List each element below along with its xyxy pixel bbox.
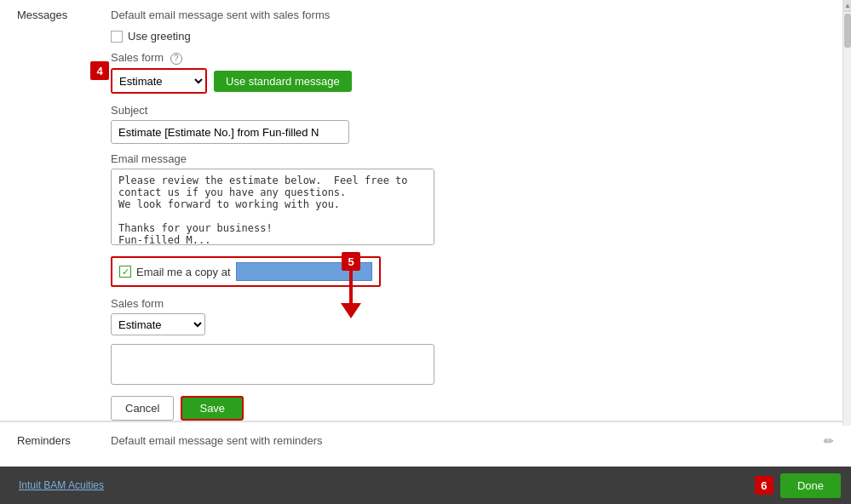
sales-form-label-2: Sales form bbox=[111, 297, 825, 310]
sales-form-dropdown-1[interactable]: Estimate Invoice Sales Receipt bbox=[112, 70, 205, 92]
second-sales-form-section: Sales form Estimate Invoice Sales Receip… bbox=[111, 297, 825, 387]
action-buttons: Cancel Save bbox=[111, 396, 825, 421]
use-greeting-checkbox[interactable] bbox=[111, 31, 123, 43]
checkbox-check-icon: ✓ bbox=[122, 266, 129, 278]
step4-badge: 4 bbox=[90, 61, 109, 80]
reminders-default-text: Default email message sent with reminder… bbox=[111, 434, 323, 447]
messages-content: Default email message sent with sales fo… bbox=[111, 9, 851, 421]
scrollbar[interactable]: ▲ bbox=[842, 0, 851, 426]
sales-form-dropdown-2[interactable]: Estimate Invoice Sales Receipt bbox=[111, 313, 205, 335]
reminders-section-label: Reminders bbox=[0, 434, 111, 447]
use-greeting-label: Use greeting bbox=[128, 30, 191, 43]
sales-form-row-1: 4 Estimate Invoice Sales Receipt Use sta… bbox=[111, 68, 825, 94]
content-area: Messages Default email message sent with… bbox=[0, 0, 851, 504]
email-message-area: Please review the estimate below. Feel f… bbox=[111, 169, 825, 248]
scroll-up-arrow[interactable]: ▲ bbox=[843, 0, 851, 12]
cancel-button[interactable]: Cancel bbox=[111, 396, 174, 421]
subject-label: Subject bbox=[111, 104, 825, 117]
messages-default-text: Default email message sent with sales fo… bbox=[111, 9, 825, 21]
edit-icon[interactable]: ✏ bbox=[824, 434, 851, 448]
step5-badge: 5 bbox=[342, 252, 360, 271]
email-copy-label: Email me a copy at bbox=[136, 266, 231, 278]
bottom-bar-text: Intuit BAM Acuities bbox=[10, 479, 748, 491]
use-greeting-row: Use greeting bbox=[111, 30, 825, 43]
second-sales-form-textarea[interactable] bbox=[111, 344, 434, 385]
email-copy-checkbox[interactable]: ✓ bbox=[119, 266, 131, 278]
main-container: Messages Default email message sent with… bbox=[0, 0, 851, 504]
use-standard-message-button[interactable]: Use standard message bbox=[214, 71, 352, 92]
info-icon[interactable]: ? bbox=[170, 53, 182, 65]
done-button[interactable]: Done bbox=[780, 473, 841, 498]
save-button[interactable]: Save bbox=[181, 396, 244, 421]
scrollbar-thumb[interactable] bbox=[844, 14, 851, 48]
sales-form-label-1: Sales form ? bbox=[111, 51, 825, 65]
step6-badge: 6 bbox=[755, 476, 773, 495]
email-message-label: Email message bbox=[111, 152, 825, 165]
bottom-bar: Intuit BAM Acuities 6 Done bbox=[0, 467, 851, 504]
reminders-content: Default email message sent with reminder… bbox=[111, 434, 824, 447]
step5-arrow: 5 bbox=[341, 252, 361, 318]
subject-input[interactable] bbox=[111, 120, 349, 144]
messages-section: Messages Default email message sent with… bbox=[0, 0, 851, 421]
bottom-link[interactable]: Intuit BAM Acuities bbox=[19, 479, 104, 491]
reminders-section: Reminders Default email message sent wit… bbox=[0, 421, 851, 458]
email-message-textarea[interactable]: Please review the estimate below. Feel f… bbox=[111, 169, 434, 245]
